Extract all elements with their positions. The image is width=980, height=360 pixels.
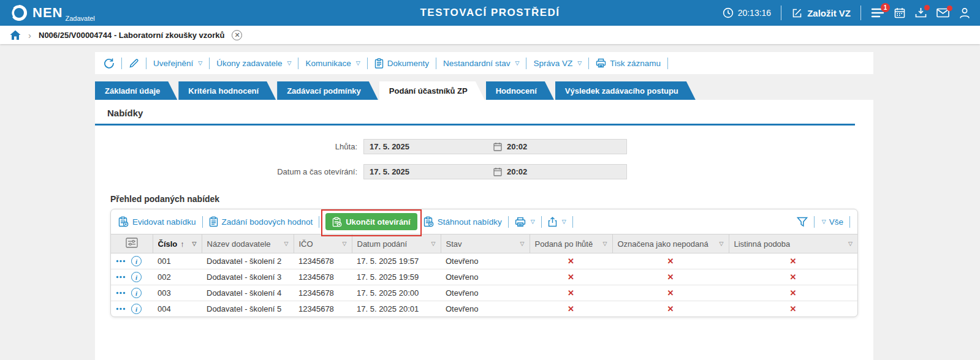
cross-icon: ✕ [530, 301, 612, 317]
column-filter-icon[interactable]: ▽ [603, 241, 607, 247]
calendar-button[interactable] [894, 7, 905, 18]
refresh-icon[interactable] [104, 58, 115, 69]
column-settings-icon[interactable] [126, 238, 138, 248]
filter-icon[interactable] [797, 217, 808, 227]
cell-number: 001 [153, 253, 202, 269]
table-row[interactable]: i 004 Dodavatel - školení 5 12345678 17.… [111, 301, 857, 317]
home-icon[interactable] [10, 30, 21, 40]
edit-icon [791, 7, 803, 19]
edit-record-icon[interactable] [129, 58, 139, 69]
tab-zakladni-udaje[interactable]: Základní údaje [95, 81, 177, 100]
info-icon[interactable]: i [131, 272, 142, 282]
column-header-podana-po-lhute[interactable]: Podaná po lhůtě ▽ [530, 234, 612, 253]
record-toolbar: Uveřejnění ▽ Úkony zadavatele ▽ Komunika… [95, 52, 873, 74]
clock-icon [723, 7, 734, 18]
tab-hodnoceni[interactable]: Hodnocení [486, 81, 554, 100]
column-header-listinna-podoba[interactable]: Listinná podoba ▽ [729, 234, 857, 253]
column-header-datum-podani[interactable]: Datum podání ▽ [352, 234, 441, 253]
evidovat-nabidku-button[interactable]: Evidovat nabídku [118, 216, 196, 227]
export-button[interactable]: ▽ [548, 217, 566, 227]
dropdown-icon: ▽ [822, 219, 826, 225]
column-header-cislo[interactable]: Číslo ↑ ▽ [153, 234, 202, 253]
cell-supplier: Dodavatel - školení 3 [202, 269, 294, 285]
menu-badge: 1 [881, 3, 890, 12]
main-menu-button[interactable]: 1 [871, 7, 884, 18]
cell-number: 002 [153, 269, 202, 285]
column-filter-icon[interactable]: ▽ [343, 241, 347, 247]
downloads-button[interactable] [915, 7, 927, 18]
column-filter-icon[interactable]: ▽ [848, 241, 853, 247]
cell-ico: 12345678 [294, 269, 352, 285]
stahnout-nabidky-button[interactable]: Stáhnout nabídky [424, 216, 502, 227]
cell-submitted: 17. 5. 2025 19:59 [352, 269, 441, 285]
table-row[interactable]: i 003 Dodavatel - školení 4 12345678 17.… [111, 285, 857, 301]
calendar-icon[interactable] [493, 142, 502, 151]
nen-logo[interactable]: NEN Zadavatel [10, 4, 95, 22]
divider [146, 58, 146, 69]
info-icon[interactable]: i [131, 304, 142, 314]
row-menu-icon[interactable] [116, 276, 126, 279]
tab-podani-ucastniku-zp[interactable]: Podání účastníků ZP [379, 81, 485, 100]
row-menu-icon[interactable] [116, 307, 126, 310]
column-header-stav[interactable]: Stav ▽ [441, 234, 530, 253]
tab-vysledek-zadavaciho-postupu[interactable]: Výsledek zadávacího postupu [555, 81, 696, 100]
table-row[interactable]: i 001 Dodavatel - školení 2 12345678 17.… [111, 253, 857, 269]
filter-vse-dropdown[interactable]: ▽ Vše [821, 217, 843, 227]
logo-title: NEN [32, 6, 63, 20]
table-header-row: Číslo ↑ ▽ Název dodavatele ▽ IČO ▽ [111, 234, 857, 253]
column-header-oznacena-jako-nepodana[interactable]: Označena jako nepodaná ▽ [612, 234, 729, 253]
clipboard-plus-icon [332, 217, 342, 227]
otevirani-datetime-field[interactable]: 17. 5. 2025 20:02 [363, 164, 627, 179]
menu-tisk-zaznamu[interactable]: Tisk záznamu [596, 58, 661, 68]
cross-icon: ✕ [729, 253, 857, 269]
column-header-nazev[interactable]: Název dodavatele ▽ [202, 234, 294, 253]
column-filter-icon[interactable]: ▽ [520, 241, 525, 247]
tab-zadavaci-podminky[interactable]: Zadávací podmínky [277, 81, 378, 100]
lhuta-label: Lhůta: [95, 142, 363, 151]
ukoncit-otevirani-button[interactable]: Ukončit otevírání [325, 213, 417, 230]
deadline-form: Lhůta: 17. 5. 2025 20:02 Datum a čas ote… [95, 126, 873, 179]
offers-table-card: Evidovat nabídku Zadání bodových hodnot [110, 209, 858, 317]
dropdown-icon: ▽ [198, 60, 202, 66]
breadcrumb-procurement[interactable]: N006/25/V00004744 - Laboratorní zkoušky … [39, 31, 224, 40]
table-row[interactable]: i 002 Dodavatel - školení 3 12345678 17.… [111, 269, 857, 285]
cross-icon: ✕ [612, 301, 729, 317]
cell-status: Otevřeno [441, 285, 530, 301]
clipboard-plus-icon [118, 216, 129, 227]
menu-komunikace[interactable]: Komunikace ▽ [305, 59, 360, 68]
tab-kriteria-hodnoceni[interactable]: Kritéria hodnocení [178, 81, 276, 100]
divider [319, 216, 319, 228]
menu-ukony-zadavatele[interactable]: Úkony zadavatele ▽ [216, 59, 291, 68]
clipboard-icon [209, 216, 218, 227]
user-profile-button[interactable] [959, 7, 970, 19]
lhuta-datetime-field[interactable]: 17. 5. 2025 20:02 [363, 139, 627, 154]
divider [526, 58, 526, 69]
divider [667, 58, 668, 69]
close-icon[interactable]: ✕ [232, 30, 242, 40]
tab-content-panel: Nabídky Lhůta: 17. 5. 2025 20:02 Dat [95, 100, 873, 360]
page-title: Nabídky [95, 100, 873, 124]
column-filter-icon[interactable]: ▽ [720, 241, 724, 247]
info-icon[interactable]: i [131, 288, 142, 298]
messages-button[interactable] [936, 8, 949, 18]
calendar-icon[interactable] [493, 167, 502, 176]
cross-icon: ✕ [729, 269, 857, 285]
print-table-button[interactable]: ▽ [515, 217, 535, 227]
column-filter-icon[interactable]: ▽ [192, 241, 197, 247]
divider [209, 58, 210, 69]
info-icon[interactable]: i [131, 256, 142, 266]
cross-icon: ✕ [530, 253, 612, 269]
zadani-bodovych-hodnot-button[interactable]: Zadání bodových hodnot [209, 216, 313, 227]
menu-dokumenty[interactable]: Dokumenty [374, 58, 429, 69]
create-vz-button[interactable]: Založit VZ [791, 7, 851, 19]
menu-sprava-vz[interactable]: Správa VZ ▽ [533, 59, 582, 68]
column-filter-icon[interactable]: ▽ [284, 241, 289, 247]
row-menu-icon[interactable] [116, 291, 126, 294]
row-menu-icon[interactable] [116, 260, 126, 263]
menu-nestandardni-stav[interactable]: Nestandardní stav ▽ [443, 59, 519, 68]
cross-icon: ✕ [612, 269, 729, 285]
divider [298, 58, 298, 69]
column-header-ico[interactable]: IČO ▽ [294, 234, 352, 253]
column-filter-icon[interactable]: ▽ [431, 241, 436, 247]
menu-uverejneni[interactable]: Uveřejnění ▽ [153, 59, 202, 68]
